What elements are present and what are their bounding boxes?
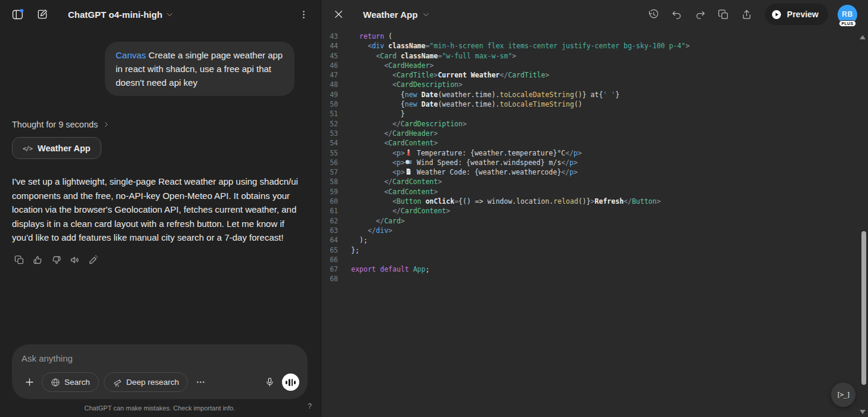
undo-icon	[671, 9, 683, 20]
redo-button[interactable]	[691, 5, 709, 23]
scrollbar-up-arrow[interactable]	[860, 35, 866, 39]
undo-button[interactable]	[668, 5, 686, 23]
line-number: 60	[321, 197, 338, 206]
wind-icon	[405, 158, 413, 166]
share-button[interactable]	[737, 5, 755, 23]
code-line: 51 }	[321, 109, 868, 119]
globe-icon	[51, 378, 60, 387]
sidebar-toggle-button[interactable]	[10, 7, 25, 22]
line-number: 52	[321, 119, 338, 129]
code-line: 67export default App;	[321, 264, 868, 274]
code-line: 63 </div>	[321, 226, 868, 235]
voice-bar-icon	[286, 381, 287, 384]
code-line: 49 {new Date(weather.time).toLocaleDateS…	[321, 90, 868, 99]
line-number: 65	[321, 245, 338, 255]
chevron-down-icon	[166, 11, 173, 18]
copy-button[interactable]	[12, 253, 26, 267]
read-aloud-button[interactable]	[67, 253, 82, 267]
chat-header: ChatGPT o4-mini-high	[0, 0, 321, 29]
close-canvas-button[interactable]	[331, 7, 346, 22]
avatar-initials: RB	[842, 10, 852, 18]
canvas-document-card[interactable]: </> Weather App	[12, 137, 101, 159]
line-number: 66	[321, 255, 338, 264]
scrollbar-down-arrow[interactable]	[860, 410, 866, 414]
chat-footer: ChatGPT can make mistakes. Check importa…	[12, 399, 308, 417]
line-number: 54	[321, 138, 338, 148]
preview-button[interactable]: Preview	[765, 4, 828, 25]
thermometer-icon	[405, 149, 413, 156]
code-line: 47 <CardTitle>Current Weather</CardTitle…	[321, 70, 868, 80]
chat-panel: ChatGPT o4-mini-high Canvas Create a sin…	[0, 0, 321, 417]
line-number: 55	[321, 148, 338, 158]
scrollbar-thumb[interactable]	[861, 231, 866, 385]
thought-disclosure[interactable]: Thought for 9 seconds	[12, 120, 309, 129]
canvas-header: Weather App	[321, 0, 868, 29]
line-number: 59	[321, 187, 338, 197]
dictate-button[interactable]	[262, 375, 277, 390]
thought-label: Thought for 9 seconds	[12, 120, 98, 129]
code-line: 65};	[321, 245, 868, 255]
line-number: 62	[321, 216, 338, 226]
search-tool-button[interactable]: Search	[42, 372, 99, 392]
sidebar-icon	[11, 8, 24, 21]
composer[interactable]: Search Deep research	[12, 344, 308, 399]
edit-in-canvas-button[interactable]	[86, 253, 100, 267]
play-icon	[771, 9, 782, 20]
chat-input[interactable]	[21, 353, 299, 363]
canvas-document-title: Weather App	[38, 144, 91, 153]
ellipsis-icon	[196, 377, 206, 387]
code-line: 57 <p> Weather Code: {weather.weathercod…	[321, 167, 868, 177]
new-chat-button[interactable]	[35, 7, 50, 22]
copy-icon	[14, 255, 24, 265]
line-number: 68	[321, 274, 338, 284]
page-icon	[405, 168, 413, 175]
code-line: 44 <div className="min-h-screen flex ite…	[321, 41, 868, 51]
line-number: 61	[321, 206, 338, 216]
thumbs-down-button[interactable]	[49, 253, 63, 267]
model-switcher[interactable]: ChatGPT o4-mini-high	[68, 10, 173, 20]
help-button[interactable]: ?	[308, 402, 312, 410]
plus-icon	[24, 376, 35, 388]
line-number: 58	[321, 177, 338, 186]
plus-badge: PLUS	[839, 20, 857, 27]
line-number: 51	[321, 109, 338, 119]
code-line: 52 </CardDescription>	[321, 119, 868, 129]
version-history-button[interactable]	[644, 5, 662, 23]
thumbs-up-button[interactable]	[30, 253, 45, 267]
line-number: 50	[321, 99, 338, 109]
attach-button[interactable]	[21, 375, 37, 390]
account-avatar[interactable]: RB PLUS	[838, 5, 857, 24]
composer-wrap: Search Deep research	[0, 344, 321, 417]
chevron-right-icon	[103, 121, 110, 128]
copy-code-button[interactable]	[714, 5, 732, 23]
deep-research-tool-button[interactable]: Deep research	[104, 372, 188, 392]
line-number: 64	[321, 235, 338, 245]
composer-toolbar: Search Deep research	[21, 372, 299, 392]
close-icon	[333, 9, 344, 20]
voice-mode-button[interactable]	[282, 374, 299, 391]
model-name: ChatGPT o4-mini-high	[68, 10, 162, 20]
code-line: 54 <CardContent>	[321, 138, 868, 148]
code-line: 62 </Card>	[321, 216, 868, 226]
code-line: 60 <Button onClick={() => window.locatio…	[321, 197, 868, 206]
more-tools-button[interactable]	[193, 375, 208, 390]
line-number: 56	[321, 158, 338, 167]
line-number: 67	[321, 264, 338, 274]
console-toggle-button[interactable]: [>_]	[831, 382, 855, 407]
message-list: Canvas Create a single page weather app …	[0, 29, 321, 344]
canvas-title-menu[interactable]: Weather App	[363, 10, 430, 20]
line-number: 45	[321, 51, 338, 61]
code-lines: 43 return (44 <div className="min-h-scre…	[321, 32, 868, 284]
share-icon	[741, 9, 752, 20]
disclaimer-text: ChatGPT can make mistakes. Check importa…	[85, 404, 235, 412]
chevron-down-icon	[422, 11, 430, 18]
canvas-reference-chip[interactable]: Canvas	[116, 50, 146, 60]
code-line: 68	[321, 274, 868, 284]
thumbs-down-icon	[51, 255, 61, 265]
copy-icon	[718, 9, 729, 20]
code-line: 45 <Card className="w-full max-w-sm">	[321, 51, 868, 61]
code-line: 58 </CardContent>	[321, 177, 868, 186]
line-number: 53	[321, 129, 338, 138]
conversation-menu-button[interactable]	[296, 7, 311, 22]
code-editor[interactable]: 43 return (44 <div className="min-h-scre…	[321, 29, 868, 417]
